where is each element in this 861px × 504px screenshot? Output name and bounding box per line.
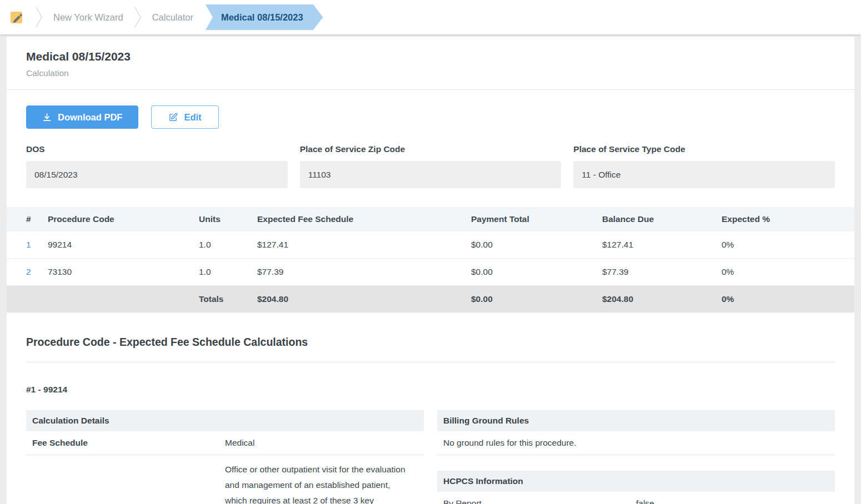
place-of-service-zip-value: 11103 bbox=[300, 161, 562, 188]
calculation-details-panel: Calculation Details Fee Schedule Medical… bbox=[26, 410, 424, 504]
billing-ground-rules-panel: Billing Ground Rules No ground rules for… bbox=[437, 410, 835, 455]
payment-total-cell: $0.00 bbox=[471, 259, 602, 286]
row-number-link[interactable]: 2 bbox=[26, 267, 31, 276]
dos-field: DOS 08/15/2023 bbox=[26, 144, 288, 188]
calculations-section: Procedure Code - Expected Fee Schedule C… bbox=[7, 336, 854, 504]
note-edit-icon bbox=[8, 9, 25, 26]
row-number-link[interactable]: 1 bbox=[26, 240, 31, 249]
breadcrumb-item-new-york-wizard[interactable]: New York Wizard bbox=[44, 12, 132, 23]
place-of-service-zip-field: Place of Service Zip Code 11103 bbox=[300, 144, 562, 188]
col-header-balance-due: Balance Due bbox=[602, 207, 722, 231]
service-fields: DOS 08/15/2023 Place of Service Zip Code… bbox=[26, 144, 835, 188]
fee-schedule-value: Medical bbox=[225, 438, 418, 448]
breadcrumb-item-current[interactable]: Medical 08/15/2023 bbox=[206, 4, 323, 30]
hcpcs-information-title: HCPCS Information bbox=[437, 471, 835, 492]
toolbar: Download PDF Edit bbox=[26, 105, 835, 129]
col-header-expected-pct: Expected % bbox=[722, 207, 854, 231]
fee-schedule-row: Fee Schedule Medical bbox=[26, 431, 424, 455]
right-panels: Billing Ground Rules No ground rules for… bbox=[437, 410, 835, 504]
actions-and-fields: Download PDF Edit DOS 08/15/2023 Place o… bbox=[7, 105, 854, 188]
section-title: Procedure Code - Expected Fee Schedule C… bbox=[26, 336, 835, 349]
procedure-description-row: Office or other outpatient visit for the… bbox=[26, 455, 424, 504]
calculation-details-title: Calculation Details bbox=[26, 410, 424, 431]
page-header: Medical 08/15/2023 Calculation bbox=[7, 37, 854, 90]
table-header-row: # Procedure Code Units Expected Fee Sche… bbox=[7, 207, 854, 231]
place-of-service-type-label: Place of Service Type Code bbox=[573, 144, 835, 154]
expected-fee-cell: $77.39 bbox=[257, 259, 471, 286]
page-title: Medical 08/15/2023 bbox=[26, 50, 835, 63]
totals-payment-total: $0.00 bbox=[471, 286, 602, 313]
dos-value: 08/15/2023 bbox=[26, 161, 288, 188]
page-subtitle: Calculation bbox=[26, 68, 835, 78]
calculation-panels: Calculation Details Fee Schedule Medical… bbox=[26, 410, 835, 504]
billing-ground-rules-title: Billing Ground Rules bbox=[437, 410, 835, 431]
hcpcs-information-panel: HCPCS Information By Report false bbox=[437, 471, 835, 504]
by-report-value: false bbox=[636, 498, 829, 504]
col-header-units: Units bbox=[199, 207, 257, 231]
breadcrumb-bar: New York Wizard Calculator Medical 08/15… bbox=[0, 0, 861, 34]
col-header-number: # bbox=[7, 207, 48, 231]
download-icon bbox=[42, 113, 52, 122]
download-pdf-button[interactable]: Download PDF bbox=[26, 105, 138, 129]
breadcrumb-item-calculator[interactable]: Calculator bbox=[143, 12, 202, 23]
edit-button[interactable]: Edit bbox=[151, 105, 218, 129]
download-pdf-label: Download PDF bbox=[58, 112, 122, 123]
by-report-row: By Report false bbox=[437, 492, 835, 504]
edit-label: Edit bbox=[184, 112, 201, 123]
chevron-separator-icon bbox=[36, 6, 42, 29]
ground-rules-text: No ground rules for this procedure. bbox=[443, 438, 829, 448]
ground-rules-row: No ground rules for this procedure. bbox=[437, 431, 835, 455]
col-header-payment-total: Payment Total bbox=[471, 207, 602, 231]
procedure-table: # Procedure Code Units Expected Fee Sche… bbox=[7, 207, 854, 313]
main-card: Medical 08/15/2023 Calculation Download … bbox=[7, 37, 854, 504]
procedure-description-label bbox=[32, 462, 225, 504]
place-of-service-type-field: Place of Service Type Code 11 - Office bbox=[573, 144, 835, 188]
procedure-code-cell: 99214 bbox=[48, 231, 199, 259]
table-row: 2 73130 1.0 $77.39 $0.00 $77.39 0% bbox=[7, 259, 854, 286]
col-header-expected-fee-schedule: Expected Fee Schedule bbox=[257, 207, 471, 231]
expected-pct-cell: 0% bbox=[722, 259, 854, 286]
col-header-procedure-code: Procedure Code bbox=[48, 207, 199, 231]
totals-row: Totals $204.80 $0.00 $204.80 0% bbox=[7, 286, 854, 313]
procedure-code-cell: 73130 bbox=[48, 259, 199, 286]
place-of-service-zip-label: Place of Service Zip Code bbox=[300, 144, 562, 154]
payment-total-cell: $0.00 bbox=[471, 231, 602, 259]
divider bbox=[26, 362, 835, 362]
by-report-label: By Report bbox=[443, 498, 636, 504]
units-cell: 1.0 bbox=[199, 231, 257, 259]
place-of-service-type-value: 11 - Office bbox=[573, 161, 835, 188]
expected-pct-cell: 0% bbox=[722, 231, 854, 259]
balance-due-cell: $127.41 bbox=[602, 231, 722, 259]
totals-expected-fee: $204.80 bbox=[257, 286, 471, 313]
fee-schedule-label: Fee Schedule bbox=[32, 438, 225, 448]
dos-label: DOS bbox=[26, 144, 288, 154]
balance-due-cell: $77.39 bbox=[602, 259, 722, 286]
totals-label: Totals bbox=[199, 286, 257, 313]
chevron-separator-icon bbox=[134, 6, 141, 29]
edit-icon bbox=[168, 113, 178, 122]
procedure-description-value: Office or other outpatient visit for the… bbox=[225, 462, 418, 504]
totals-balance-due: $204.80 bbox=[602, 286, 722, 313]
breadcrumb-home-button[interactable] bbox=[0, 0, 33, 34]
table-row: 1 99214 1.0 $127.41 $0.00 $127.41 0% bbox=[7, 231, 854, 259]
procedure-item-title: #1 - 99214 bbox=[26, 385, 835, 395]
units-cell: 1.0 bbox=[199, 259, 257, 286]
totals-expected-pct: 0% bbox=[722, 286, 854, 313]
expected-fee-cell: $127.41 bbox=[257, 231, 471, 259]
